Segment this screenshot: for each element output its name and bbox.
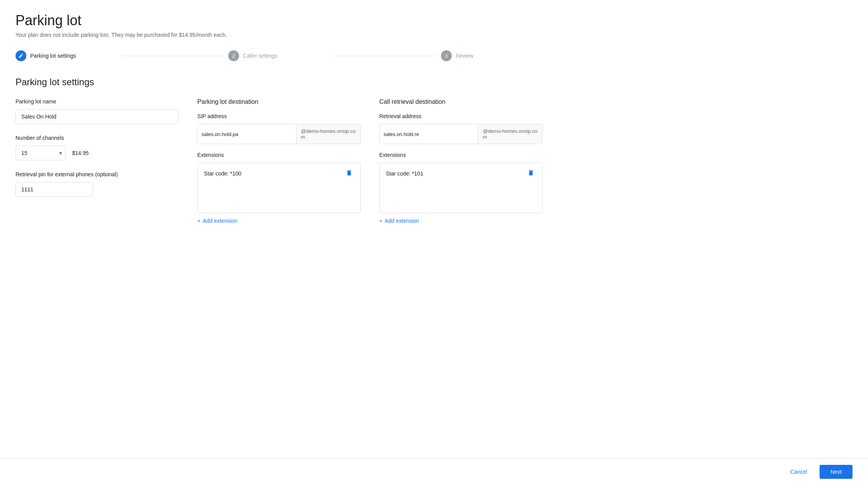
step-3: 3 Review bbox=[441, 50, 542, 61]
section-title: Parking lot settings bbox=[16, 77, 542, 88]
left-column: Parking lot name Number of channels 15 1… bbox=[16, 98, 179, 224]
sip-address-label: SIP address bbox=[197, 113, 360, 119]
name-label: Parking lot name bbox=[16, 98, 179, 105]
retrieval-address-input[interactable] bbox=[380, 124, 478, 144]
form-columns: Parking lot name Number of channels 15 1… bbox=[16, 98, 542, 224]
stepper: Parking lot settings 2 Caller settings 3… bbox=[16, 50, 542, 61]
right-add-extension-button[interactable]: + Add extension bbox=[379, 218, 419, 224]
step-line-1 bbox=[122, 56, 223, 56]
middle-add-ext-label: Add extension bbox=[203, 218, 238, 224]
channels-label: Number of channels bbox=[16, 135, 179, 141]
channels-price: $14.95 bbox=[72, 150, 89, 156]
step-1: Parking lot settings bbox=[16, 50, 117, 61]
step-1-label: Parking lot settings bbox=[30, 53, 76, 59]
channels-select-wrapper: 15 1 5 10 20 ▾ bbox=[16, 146, 66, 160]
right-ext-item-0: Star code: *101 bbox=[386, 168, 536, 179]
middle-ext-label: Extensions bbox=[197, 152, 360, 158]
step-line-2 bbox=[334, 56, 436, 56]
sip-domain: @demo-homes.onsip.co m bbox=[296, 124, 360, 144]
pencil-icon bbox=[18, 53, 24, 58]
middle-add-ext-plus: + bbox=[197, 218, 200, 224]
channels-select[interactable]: 15 1 5 10 20 bbox=[16, 146, 66, 160]
channels-row: 15 1 5 10 20 ▾ $14.95 bbox=[16, 146, 179, 160]
step-3-circle: 3 bbox=[441, 50, 452, 61]
step-3-label: Review bbox=[456, 53, 474, 59]
trash-icon bbox=[527, 169, 534, 176]
step-1-circle bbox=[16, 50, 26, 61]
parking-lot-name-input[interactable] bbox=[16, 109, 179, 124]
step-2-label: Caller settings bbox=[243, 53, 277, 59]
middle-column: Parking lot destination SIP address @dem… bbox=[197, 98, 360, 224]
step-2-circle: 2 bbox=[228, 50, 239, 61]
middle-add-extension-button[interactable]: + Add extension bbox=[197, 218, 237, 224]
retrieval-domain: @demo-homes.onsip.co m bbox=[478, 124, 542, 144]
retrieval-pin-input[interactable] bbox=[16, 182, 93, 197]
middle-ext-box: Star code: *100 bbox=[197, 163, 360, 213]
right-ext-label: Extensions bbox=[379, 152, 542, 158]
sip-address-row: @demo-homes.onsip.co m bbox=[197, 124, 360, 144]
right-ext-box: Star code: *101 bbox=[379, 163, 542, 213]
right-delete-ext-0-button[interactable] bbox=[526, 168, 536, 179]
page-subtitle: Your plan does not include parking lots.… bbox=[16, 32, 542, 38]
retrieval-address-row: @demo-homes.onsip.co m bbox=[379, 124, 542, 144]
call-retrieval-dest-label: Call retrieval destination bbox=[379, 98, 542, 105]
right-add-ext-plus: + bbox=[379, 218, 382, 224]
retrieval-address-label: Retrieval address bbox=[379, 113, 542, 119]
right-column: Call retrieval destination Retrieval add… bbox=[379, 98, 542, 224]
pin-label: Retrieval pin for external phones (optio… bbox=[16, 171, 179, 177]
middle-ext-text-0: Star code: *100 bbox=[204, 170, 241, 177]
right-ext-text-0: Star code: *101 bbox=[386, 170, 424, 177]
sip-address-input[interactable] bbox=[198, 124, 296, 144]
right-add-ext-label: Add extension bbox=[385, 218, 419, 224]
middle-delete-ext-0-button[interactable] bbox=[344, 168, 354, 179]
page-title: Parking lot bbox=[16, 12, 542, 29]
trash-icon bbox=[346, 169, 353, 176]
middle-ext-item-0: Star code: *100 bbox=[204, 168, 354, 179]
parking-dest-label: Parking lot destination bbox=[197, 98, 360, 105]
step-2: 2 Caller settings bbox=[228, 50, 330, 61]
